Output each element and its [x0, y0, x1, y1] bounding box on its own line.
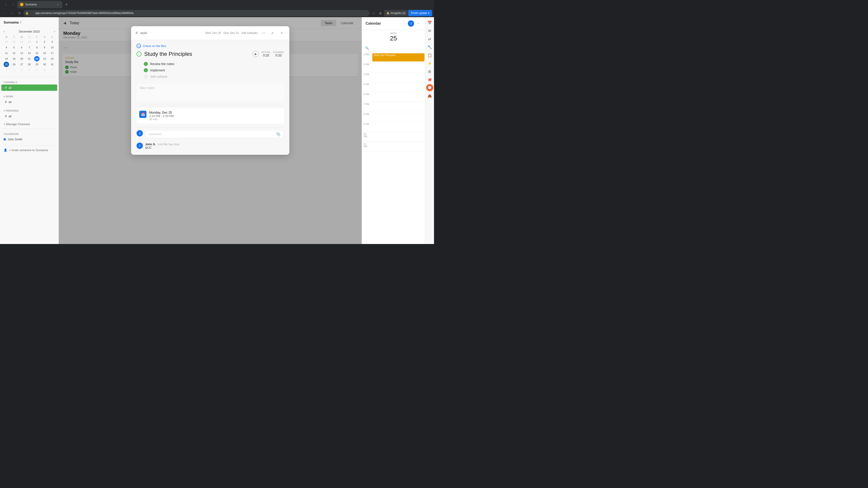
cal-day[interactable]: 3	[50, 39, 55, 44]
cal-day[interactable]: 12	[11, 51, 17, 56]
cal-day[interactable]: 27	[4, 39, 9, 44]
cal-day[interactable]: 2	[42, 39, 47, 44]
time-slot-11pm[interactable]	[372, 142, 425, 152]
cal-prev-button[interactable]: ‹	[3, 29, 6, 34]
cal-day[interactable]: 27	[19, 62, 24, 67]
close-modal-button[interactable]: ×	[278, 30, 285, 36]
cal-day[interactable]: 1	[34, 39, 39, 44]
cal-day[interactable]: 6	[19, 45, 24, 50]
cal-day[interactable]: 8	[34, 45, 39, 50]
icon-github-button[interactable]: 🐙	[426, 76, 433, 83]
active-tab[interactable]: S Sunsama ×	[17, 1, 62, 8]
app-logo[interactable]: Sunsama ▾	[0, 17, 59, 27]
more-options-button[interactable]: ⋯	[260, 30, 267, 36]
time-slot-2pm[interactable]: Study the Principles	[372, 53, 425, 62]
subtask-check-2[interactable]: ✓	[144, 68, 148, 72]
comment-input[interactable]: Comment... 📎	[145, 130, 284, 138]
time-slot-9pm[interactable]	[372, 122, 425, 132]
user-avatar-right[interactable]: J	[408, 20, 414, 27]
icon-chat-button[interactable]: 💬	[426, 84, 433, 91]
invite-button[interactable]: 👤 + Invite someone to Sunsama	[0, 147, 59, 153]
tab-nav-forward[interactable]: ›	[10, 1, 16, 8]
icon-clipboard-button[interactable]: 📋	[426, 52, 433, 59]
cal-day[interactable]: 28	[26, 62, 32, 67]
cal-day[interactable]: 26	[11, 62, 17, 67]
manage-channels-button[interactable]: + Manage Channels	[0, 121, 59, 127]
forward-button[interactable]: →	[9, 10, 16, 16]
cal-day[interactable]: 20	[19, 56, 24, 61]
cal-day[interactable]: 17	[50, 51, 55, 56]
cal-day[interactable]: 9	[42, 45, 47, 50]
cal-day[interactable]: 5	[34, 67, 39, 73]
time-slot-5pm[interactable]	[372, 82, 425, 92]
time-slot-10pm[interactable]	[372, 132, 425, 142]
icon-sync-button[interactable]: ⇄	[426, 35, 433, 42]
modal-overlay[interactable]: # work Start: Dec 25 Due: Dec 23 Add sub…	[59, 17, 362, 244]
icon-tool-button[interactable]: 🔧	[426, 43, 433, 51]
cal-day[interactable]: 10	[50, 45, 55, 50]
cal-day-today[interactable]: 22	[34, 56, 39, 61]
cal-next-button[interactable]: ›	[53, 29, 56, 34]
cal-day[interactable]: 2	[11, 67, 17, 73]
cal-day[interactable]: 21	[26, 56, 32, 61]
cal-day[interactable]: 4	[26, 67, 32, 73]
cal-day[interactable]: 28	[11, 39, 17, 44]
cal-day[interactable]: 13	[19, 51, 24, 56]
cal-day[interactable]: 4	[4, 45, 9, 50]
cal-day[interactable]: 5	[11, 45, 17, 50]
cal-day[interactable]: 29	[19, 39, 24, 44]
back-button[interactable]: ←	[2, 10, 8, 16]
cal-day[interactable]: 14	[26, 51, 32, 56]
sidebar-item-all[interactable]: # all	[1, 85, 57, 91]
new-tab-button[interactable]: +	[63, 1, 70, 8]
zoom-in-button[interactable]: 🔍	[364, 45, 370, 51]
icon-mail-button[interactable]: ✉	[426, 27, 433, 34]
attach-icon[interactable]: 📎	[276, 132, 281, 136]
forward-arrow-button[interactable]: →	[415, 20, 421, 27]
cal-day[interactable]: 11	[4, 51, 9, 56]
cal-day[interactable]: 7	[26, 45, 32, 50]
icon-export-button[interactable]: 📤	[426, 92, 433, 99]
cal-day[interactable]: 15	[34, 51, 39, 56]
sidebar-item-work-all[interactable]: # all	[1, 99, 57, 105]
cal-day[interactable]: 30	[42, 62, 47, 67]
cal-day[interactable]: 29	[34, 62, 39, 67]
subtask-item-2[interactable]: ✓ Implement	[144, 67, 284, 73]
cal-day[interactable]: 3	[19, 67, 24, 73]
tab-nav-back[interactable]: ‹	[3, 1, 9, 8]
cal-day[interactable]: 16	[42, 51, 47, 56]
cal-day[interactable]: 6	[42, 67, 47, 73]
expand-button[interactable]: ⤢	[270, 30, 276, 36]
cal-day[interactable]: 31	[50, 62, 55, 67]
add-subtasks-link[interactable]: Add subtasks	[241, 31, 258, 35]
bookmark-button[interactable]: ☆	[370, 10, 377, 16]
subtask-check-1[interactable]: ✓	[144, 62, 148, 66]
play-timer-button[interactable]: ▶	[252, 51, 259, 57]
refresh-button[interactable]: ↻	[16, 10, 23, 16]
finish-update-button[interactable]: Finish update ▾	[408, 10, 432, 16]
subtask-item-1[interactable]: ✓ Review the notes	[144, 61, 284, 67]
cal-day[interactable]: 24	[50, 56, 55, 61]
task-title-input[interactable]	[144, 51, 250, 57]
cal-day[interactable]: 19	[11, 56, 17, 61]
calendar-event-study[interactable]: Study the Principles	[372, 53, 425, 61]
time-slot-6pm[interactable]	[372, 92, 425, 102]
cal-day[interactable]: 30	[26, 39, 32, 44]
incognito-button[interactable]: 🕵 Incognito (2)	[384, 10, 408, 16]
cal-day[interactable]: 23	[42, 56, 47, 61]
tab-close-button[interactable]: ×	[56, 3, 60, 6]
address-bar[interactable]: 🔒 app.sunsama.com/group/1703182764469638…	[24, 10, 370, 16]
notes-section[interactable]: Take notes	[136, 84, 284, 101]
time-slot-8pm[interactable]	[372, 112, 425, 122]
add-subtask-row[interactable]: + Add subtask	[144, 73, 284, 80]
parent-task-link[interactable]: ◎ Check on the files	[136, 43, 284, 48]
time-slot-4pm[interactable]	[372, 72, 425, 82]
icon-calendar-button[interactable]: 📅	[426, 19, 433, 26]
cal-day-selected[interactable]: 25	[4, 62, 9, 67]
task-complete-button[interactable]: ✓	[136, 52, 142, 57]
icon-grid-button[interactable]: ⊞	[426, 68, 433, 75]
time-slot-3pm[interactable]	[372, 62, 425, 72]
time-slot-7pm[interactable]	[372, 102, 425, 112]
extension-button[interactable]: ⊞	[377, 10, 383, 16]
sidebar-item-personal-all[interactable]: # all	[1, 113, 57, 119]
